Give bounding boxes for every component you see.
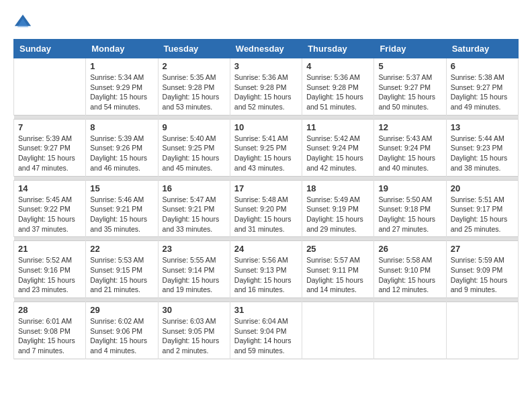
calendar-cell: 24Sunrise: 5:56 AM Sunset: 9:13 PM Dayli…	[230, 241, 302, 298]
day-info: Sunrise: 5:43 AM Sunset: 9:24 PM Dayligh…	[378, 134, 441, 173]
calendar-cell: 26Sunrise: 5:58 AM Sunset: 9:10 PM Dayli…	[374, 241, 446, 298]
calendar-cell: 2Sunrise: 5:35 AM Sunset: 9:28 PM Daylig…	[158, 58, 230, 116]
day-info: Sunrise: 5:36 AM Sunset: 9:28 PM Dayligh…	[234, 73, 298, 112]
day-info: Sunrise: 6:04 AM Sunset: 9:04 PM Dayligh…	[234, 316, 298, 356]
day-of-week-header: Sunday	[14, 40, 86, 58]
calendar-cell: 28Sunrise: 6:01 AM Sunset: 9:08 PM Dayli…	[14, 302, 86, 359]
day-info: Sunrise: 5:41 AM Sunset: 9:25 PM Dayligh…	[234, 134, 298, 173]
calendar-cell: 22Sunrise: 5:53 AM Sunset: 9:15 PM Dayli…	[86, 241, 158, 298]
day-number: 2	[163, 61, 226, 71]
day-number: 4	[306, 61, 369, 71]
calendar-week-row: 1Sunrise: 5:34 AM Sunset: 9:29 PM Daylig…	[14, 58, 519, 116]
day-number: 25	[306, 244, 369, 254]
day-number: 16	[163, 183, 226, 193]
calendar-cell	[302, 302, 374, 359]
calendar-cell: 31Sunrise: 6:04 AM Sunset: 9:04 PM Dayli…	[230, 302, 302, 359]
day-number: 31	[234, 305, 298, 315]
calendar-cell: 10Sunrise: 5:41 AM Sunset: 9:25 PM Dayli…	[230, 119, 302, 176]
calendar-cell: 9Sunrise: 5:40 AM Sunset: 9:25 PM Daylig…	[158, 119, 230, 176]
calendar-cell: 17Sunrise: 5:48 AM Sunset: 9:20 PM Dayli…	[230, 180, 302, 237]
day-number: 17	[234, 183, 298, 193]
day-info: Sunrise: 5:50 AM Sunset: 9:18 PM Dayligh…	[378, 195, 441, 234]
calendar-cell: 8Sunrise: 5:39 AM Sunset: 9:26 PM Daylig…	[86, 119, 158, 176]
day-number: 30	[163, 305, 226, 315]
day-info: Sunrise: 5:44 AM Sunset: 9:23 PM Dayligh…	[451, 134, 514, 173]
calendar-cell	[446, 302, 518, 359]
day-number: 28	[18, 305, 81, 315]
day-number: 20	[451, 183, 514, 193]
day-info: Sunrise: 5:40 AM Sunset: 9:25 PM Dayligh…	[163, 134, 226, 173]
day-number: 22	[90, 244, 153, 254]
calendar-cell: 21Sunrise: 5:52 AM Sunset: 9:16 PM Dayli…	[14, 241, 86, 298]
day-info: Sunrise: 5:34 AM Sunset: 9:29 PM Dayligh…	[90, 73, 153, 112]
calendar-table: SundayMondayTuesdayWednesdayThursdayFrid…	[13, 39, 519, 359]
day-info: Sunrise: 5:35 AM Sunset: 9:28 PM Dayligh…	[163, 73, 226, 112]
day-info: Sunrise: 5:56 AM Sunset: 9:13 PM Dayligh…	[234, 255, 298, 295]
day-info: Sunrise: 5:59 AM Sunset: 9:09 PM Dayligh…	[451, 255, 514, 295]
day-info: Sunrise: 5:38 AM Sunset: 9:27 PM Dayligh…	[451, 73, 514, 112]
day-of-week-header: Friday	[374, 40, 446, 58]
day-info: Sunrise: 5:53 AM Sunset: 9:15 PM Dayligh…	[90, 255, 153, 295]
calendar-week-row: 21Sunrise: 5:52 AM Sunset: 9:16 PM Dayli…	[14, 241, 519, 298]
calendar-cell: 16Sunrise: 5:47 AM Sunset: 9:21 PM Dayli…	[158, 180, 230, 237]
day-number: 13	[451, 122, 514, 132]
calendar-cell: 15Sunrise: 5:46 AM Sunset: 9:21 PM Dayli…	[86, 180, 158, 237]
day-number: 12	[378, 122, 441, 132]
day-number: 9	[163, 122, 226, 132]
day-info: Sunrise: 5:46 AM Sunset: 9:21 PM Dayligh…	[90, 195, 153, 234]
day-of-week-header: Monday	[86, 40, 158, 58]
calendar-cell: 3Sunrise: 5:36 AM Sunset: 9:28 PM Daylig…	[230, 58, 302, 116]
day-number: 19	[378, 183, 441, 193]
day-info: Sunrise: 6:02 AM Sunset: 9:06 PM Dayligh…	[90, 316, 153, 356]
day-number: 18	[306, 183, 369, 193]
calendar-cell: 30Sunrise: 6:03 AM Sunset: 9:05 PM Dayli…	[158, 302, 230, 359]
day-info: Sunrise: 5:52 AM Sunset: 9:16 PM Dayligh…	[18, 255, 81, 295]
day-of-week-header: Tuesday	[158, 40, 230, 58]
day-number: 7	[18, 122, 81, 132]
calendar-cell: 12Sunrise: 5:43 AM Sunset: 9:24 PM Dayli…	[374, 119, 446, 176]
day-info: Sunrise: 6:03 AM Sunset: 9:05 PM Dayligh…	[163, 316, 226, 356]
day-info: Sunrise: 5:48 AM Sunset: 9:20 PM Dayligh…	[234, 195, 298, 234]
day-number: 3	[234, 61, 298, 71]
calendar-cell: 18Sunrise: 5:49 AM Sunset: 9:19 PM Dayli…	[302, 180, 374, 237]
calendar-cell: 29Sunrise: 6:02 AM Sunset: 9:06 PM Dayli…	[86, 302, 158, 359]
day-info: Sunrise: 5:36 AM Sunset: 9:28 PM Dayligh…	[306, 73, 369, 112]
day-of-week-header: Thursday	[302, 40, 374, 58]
day-info: Sunrise: 5:57 AM Sunset: 9:11 PM Dayligh…	[306, 255, 369, 295]
calendar-cell	[14, 58, 86, 116]
day-info: Sunrise: 5:49 AM Sunset: 9:19 PM Dayligh…	[306, 195, 369, 234]
calendar-cell: 14Sunrise: 5:45 AM Sunset: 9:22 PM Dayli…	[14, 180, 86, 237]
calendar-cell: 7Sunrise: 5:39 AM Sunset: 9:27 PM Daylig…	[14, 119, 86, 176]
calendar-cell: 27Sunrise: 5:59 AM Sunset: 9:09 PM Dayli…	[446, 241, 518, 298]
day-number: 23	[163, 244, 226, 254]
calendar-cell: 6Sunrise: 5:38 AM Sunset: 9:27 PM Daylig…	[446, 58, 518, 116]
calendar-cell: 5Sunrise: 5:37 AM Sunset: 9:27 PM Daylig…	[374, 58, 446, 116]
day-of-week-header: Saturday	[446, 40, 518, 58]
calendar-cell: 1Sunrise: 5:34 AM Sunset: 9:29 PM Daylig…	[86, 58, 158, 116]
day-number: 21	[18, 244, 81, 254]
day-number: 14	[18, 183, 81, 193]
day-number: 15	[90, 183, 153, 193]
day-info: Sunrise: 5:39 AM Sunset: 9:27 PM Dayligh…	[18, 134, 81, 173]
day-number: 8	[90, 122, 153, 132]
day-number: 11	[306, 122, 369, 132]
calendar-cell: 25Sunrise: 5:57 AM Sunset: 9:11 PM Dayli…	[302, 241, 374, 298]
day-info: Sunrise: 5:51 AM Sunset: 9:17 PM Dayligh…	[451, 195, 514, 234]
calendar-week-row: 28Sunrise: 6:01 AM Sunset: 9:08 PM Dayli…	[14, 302, 519, 359]
logo	[13, 13, 35, 32]
day-number: 26	[378, 244, 441, 254]
day-number: 1	[90, 61, 153, 71]
calendar-cell: 23Sunrise: 5:55 AM Sunset: 9:14 PM Dayli…	[158, 241, 230, 298]
day-number: 29	[90, 305, 153, 315]
day-number: 6	[451, 61, 514, 71]
day-info: Sunrise: 5:37 AM Sunset: 9:27 PM Dayligh…	[378, 73, 441, 112]
day-info: Sunrise: 5:42 AM Sunset: 9:24 PM Dayligh…	[306, 134, 369, 173]
header	[13, 13, 519, 32]
day-info: Sunrise: 5:45 AM Sunset: 9:22 PM Dayligh…	[18, 195, 81, 234]
calendar-header-row: SundayMondayTuesdayWednesdayThursdayFrid…	[14, 40, 519, 58]
calendar-cell	[374, 302, 446, 359]
day-number: 10	[234, 122, 298, 132]
calendar-week-row: 14Sunrise: 5:45 AM Sunset: 9:22 PM Dayli…	[14, 180, 519, 237]
calendar-cell: 20Sunrise: 5:51 AM Sunset: 9:17 PM Dayli…	[446, 180, 518, 237]
logo-icon	[13, 13, 32, 32]
